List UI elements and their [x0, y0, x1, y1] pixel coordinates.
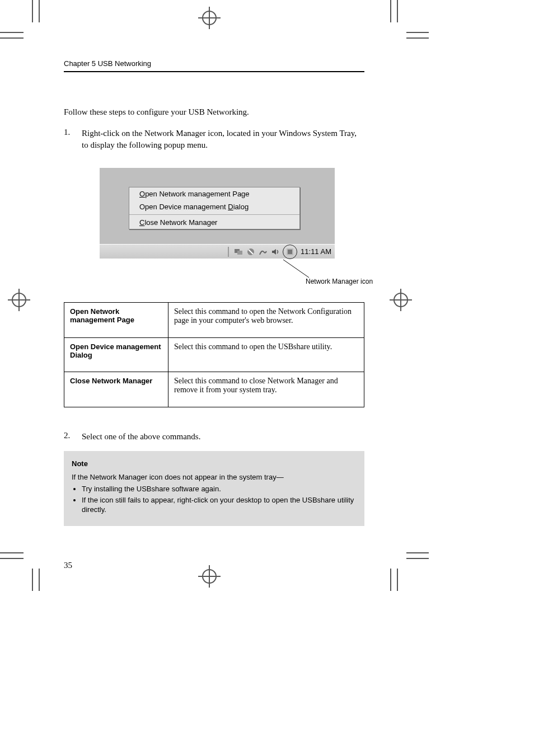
note-list: Try installing the USBshare software aga…	[82, 484, 357, 515]
context-menu: Open Network management Page Open Device…	[129, 187, 300, 229]
step-1-number: 1.	[64, 128, 70, 137]
table-cell-label: Open Device management Dialog	[64, 338, 168, 372]
menu-item-mnemonic: C	[139, 218, 144, 227]
menu-separator	[129, 214, 299, 215]
step-2-text: Select one of the above commands.	[82, 431, 360, 443]
table-cell-label: Open Network management Page	[64, 303, 168, 338]
note-lead: If the Network Manager icon does not app…	[72, 472, 357, 482]
menu-item-text: ialog	[233, 203, 249, 211]
system-clock: 11:11 AM	[301, 247, 331, 256]
page-number: 35	[64, 561, 72, 570]
tray-icon-3[interactable]	[258, 247, 268, 257]
table-row: Open Device management Dialog Select thi…	[64, 338, 364, 372]
registration-mark-left	[8, 289, 30, 311]
note-title: Note	[72, 459, 357, 469]
crop-mark-tr	[384, 0, 429, 45]
menu-item-mnemonic: O	[139, 190, 145, 198]
registration-mark-top	[198, 7, 221, 29]
network-manager-tray-icon[interactable]	[283, 245, 297, 259]
header-rule	[64, 71, 364, 72]
content-column: Chapter 5 USB Networking	[64, 59, 364, 83]
table-row: Open Network management Page Select this…	[64, 303, 364, 338]
menu-item-text: lose Network Manager	[144, 218, 217, 227]
crop-mark-bl	[0, 546, 45, 591]
table-cell-desc: Select this command to open the USBshare…	[168, 338, 364, 372]
crop-mark-br	[384, 546, 429, 591]
table-cell-desc: Select this command to close Network Man…	[168, 372, 364, 407]
registration-mark-right	[390, 289, 412, 311]
crop-mark-tl	[0, 0, 45, 45]
step-2-number: 2.	[64, 431, 70, 440]
command-table: Open Network management Page Select this…	[64, 302, 364, 407]
table-row: Close Network Manager Select this comman…	[64, 372, 364, 407]
step-1-text: Right-click on the Network Manager icon,…	[82, 128, 360, 151]
svg-rect-29	[237, 251, 242, 255]
tray-divider	[228, 247, 229, 257]
tray-icon-speaker[interactable]	[270, 247, 280, 257]
registration-mark-bottom	[198, 565, 221, 588]
callout-label: Network Manager icon	[306, 278, 373, 285]
menu-open-device-dialog[interactable]: Open Device management Dialog	[129, 200, 299, 213]
menu-item-text: Open Device management	[139, 203, 228, 211]
page: Chapter 5 USB Networking Follow these st…	[0, 0, 534, 756]
svg-rect-33	[288, 250, 292, 254]
menu-open-network-page[interactable]: Open Network management Page	[129, 187, 299, 200]
tray-icon-2[interactable]	[246, 247, 256, 257]
menu-item-mnemonic: D	[228, 203, 233, 211]
table-cell-label: Close Network Manager	[64, 372, 168, 407]
tray-icon-1[interactable]	[233, 247, 243, 257]
running-header: Chapter 5 USB Networking	[64, 59, 364, 68]
table-cell-desc: Select this command to open the Network …	[168, 303, 364, 338]
taskbar: 11:11 AM	[100, 244, 335, 259]
menu-item-text: pen Network management Page	[145, 190, 249, 198]
note-bullet: If the icon still fails to appear, right…	[82, 495, 357, 515]
note-bullet: Try installing the USBshare software aga…	[82, 484, 357, 494]
intro-text: Follow these steps to configure your USB…	[64, 106, 364, 118]
svg-line-34	[283, 260, 309, 278]
note-box: Note If the Network Manager icon does no…	[64, 451, 364, 526]
menu-close-network-manager[interactable]: Close Network Manager	[129, 216, 299, 229]
embedded-screenshot: Open Network management Page Open Device…	[100, 168, 335, 259]
